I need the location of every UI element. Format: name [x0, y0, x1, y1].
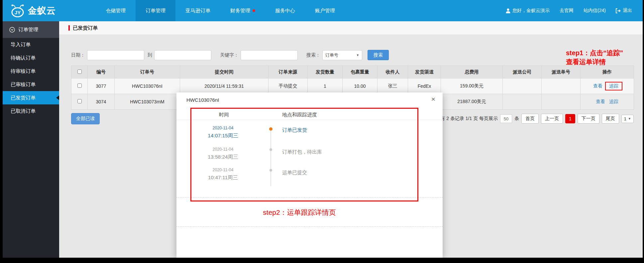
sidebar-item-label: 待确认订单 — [11, 55, 36, 61]
notification-dot — [253, 9, 255, 12]
date-from-input[interactable] — [87, 50, 144, 60]
col-id: 编号 — [88, 66, 115, 78]
timeline-line — [270, 130, 271, 186]
first-page-button[interactable]: 首页 — [521, 114, 539, 124]
mark-all-read-button[interactable]: 全部已读 — [71, 113, 100, 124]
sidebar-item-pending-confirm-orders[interactable]: 待确认订单 — [3, 51, 59, 65]
cell-channel: FedEx — [408, 78, 441, 94]
col-order-no: 订单号 — [115, 66, 180, 78]
modal-title: HWC103076nI — [186, 97, 219, 103]
nav-item-service[interactable]: 服务中心 — [265, 0, 305, 21]
cell-actions: 查看 追踪 — [581, 78, 634, 94]
step1-line2: 查看运单详情 — [566, 58, 643, 66]
event-status: 订单已发货 — [282, 127, 307, 133]
search-type-label: 搜索： — [306, 52, 320, 58]
col-channel: 发货渠道 — [408, 66, 441, 78]
view-link[interactable]: 查看 — [596, 99, 605, 104]
close-icon[interactable]: × — [431, 95, 435, 102]
nav-item-label: 亚马逊订单 — [185, 8, 210, 14]
date-to-input[interactable] — [154, 50, 211, 60]
search-type-value: 订单号 — [325, 52, 338, 58]
user-icon — [506, 8, 510, 13]
nav-item-warehouse[interactable]: 仓储管理 — [96, 0, 136, 21]
page-title-bar: 已发货订单 — [59, 21, 643, 35]
step2-annotation: step2：运单跟踪详情页 — [176, 208, 422, 217]
logout-label: 退出 — [623, 8, 632, 14]
nav-item-account[interactable]: 账户管理 — [305, 0, 345, 21]
keyword-input[interactable] — [241, 50, 298, 60]
sidebar-item-label: 导入订单 — [11, 42, 31, 47]
col-delivery-no: 派送单号 — [542, 66, 581, 78]
current-page-button[interactable]: 1 — [565, 114, 575, 123]
sidebar-item-shipped-orders[interactable]: 已发货订单 — [3, 91, 59, 104]
cell-order-no: HWC103073mM — [115, 94, 180, 110]
search-button[interactable]: 搜索 — [368, 50, 389, 60]
title-accent-bar — [68, 25, 70, 31]
timeline-header-divider — [176, 120, 443, 120]
nav-item-label: 服务中心 — [275, 8, 295, 14]
modal-divider — [176, 197, 443, 197]
track-link[interactable]: 追踪 — [609, 99, 618, 104]
page-jump-select[interactable]: 1 ▼ — [621, 115, 634, 123]
cell-delivery-company — [503, 94, 542, 110]
row-select-cell — [71, 78, 88, 94]
cell-weight: 10.00 — [343, 78, 377, 94]
nav-user-area: 您好，金蚁云演示 去官网 站内信(24) 退出 — [506, 0, 643, 21]
select-all-checkbox[interactable] — [77, 69, 82, 74]
logo[interactable]: JY 金蚁云 — [3, 0, 69, 21]
event-time: 10:47:11周三 — [196, 174, 250, 181]
site-messages-link[interactable]: 站内信(24) — [584, 8, 606, 14]
view-link[interactable]: 查看 — [593, 83, 602, 88]
table-row: 3077 HWC103076nI 2020/11/4 11:59:31 手动提交… — [71, 78, 634, 94]
sidebar-item-import-orders[interactable]: 导入订单 — [3, 38, 59, 51]
search-type-select[interactable]: 订单号 ▼ — [322, 50, 362, 60]
cell-qty: 1 — [308, 78, 343, 94]
row-checkbox[interactable] — [77, 99, 82, 103]
last-page-button[interactable]: 尾页 — [602, 114, 619, 124]
cell-total: 21887.00美元 — [441, 94, 503, 110]
track-link[interactable]: 追踪 — [609, 83, 618, 88]
prev-page-button[interactable]: 上一页 — [541, 114, 563, 124]
user-greeting[interactable]: 您好，金蚁云演示 — [506, 8, 550, 14]
nav-item-finance[interactable]: 财务管理 — [220, 0, 265, 21]
nav-item-orders[interactable]: 订单管理 — [136, 0, 175, 21]
col-weight: 包裹重量 — [343, 66, 377, 78]
chevron-down-icon: ▼ — [356, 54, 359, 57]
cell-delivery-no — [542, 94, 581, 110]
col-qty: 发货数量 — [308, 66, 343, 78]
official-site-link[interactable]: 去官网 — [560, 8, 574, 14]
event-status: 运单已提交 — [282, 170, 307, 176]
next-page-button[interactable]: 下一页 — [578, 114, 599, 124]
cell-source: 手动提交 — [268, 78, 308, 94]
sidebar-item-reviewed-orders[interactable]: 已审核订单 — [3, 78, 59, 91]
sidebar-item-label: 待审核订单 — [11, 68, 36, 74]
sidebar-item-pending-review-orders[interactable]: 待审核订单 — [3, 65, 59, 78]
row-checkbox[interactable] — [77, 83, 82, 88]
sidebar-item-cancelled-orders[interactable]: 已取消订单 — [3, 104, 59, 118]
chevron-down-icon: ▼ — [628, 117, 631, 120]
site-messages-label: 站内信(24) — [584, 8, 606, 14]
sidebar-header-order-management[interactable]: 订单管理 — [3, 21, 59, 38]
cell-receiver: 张三 — [377, 78, 408, 94]
sidebar-header-label: 订单管理 — [18, 27, 38, 33]
keyword-label: 关键字： — [220, 52, 239, 58]
logout-link[interactable]: 退出 — [616, 8, 632, 14]
chevron-circle-icon — [9, 27, 15, 33]
cell-delivery-company — [503, 78, 542, 94]
step1-line1: step1：点击“追踪” — [566, 49, 643, 58]
event-status: 订单打包，待出库 — [282, 149, 322, 155]
logout-icon — [616, 8, 621, 13]
ant-logo-icon: JY — [10, 4, 25, 18]
event-time: 14:07:15周三 — [196, 132, 250, 139]
nav-item-amazon[interactable]: 亚马逊订单 — [175, 0, 220, 21]
sidebar-item-label: 已审核订单 — [11, 81, 36, 87]
event-date: 2020-11-04 — [196, 147, 250, 152]
col-total: 总费用 — [441, 66, 503, 78]
page-size-input[interactable] — [500, 114, 512, 123]
filter-bar: 日期： 到 关键字： 搜索： 订单号 ▼ 搜索 — [71, 50, 643, 60]
col-submit-time: 提交时间 — [180, 66, 268, 78]
official-site-label: 去官网 — [560, 8, 574, 14]
sidebar: 订单管理 导入订单 待确认订单 待审核订单 已审核订单 已发货订单 已取消订单 — [3, 21, 59, 258]
col-receiver: 收件人 — [377, 66, 408, 78]
nav-item-label: 财务管理 — [230, 8, 250, 14]
